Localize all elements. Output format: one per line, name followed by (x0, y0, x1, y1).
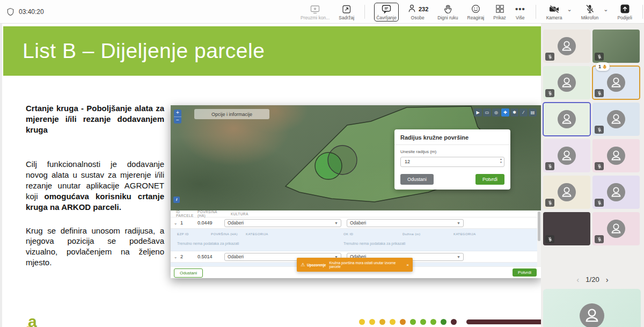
participant-tile[interactable] (543, 66, 590, 99)
participant-tile[interactable] (592, 139, 640, 172)
participant-tile[interactable] (543, 30, 590, 63)
microphone-button[interactable]: Mikrofon (580, 3, 600, 21)
kultura-select[interactable]: Odaberi▼ (347, 219, 464, 227)
mic-off-badge (545, 53, 554, 61)
mic-off-icon (597, 54, 602, 60)
map-options-button[interactable]: Opcije i informacije (194, 109, 269, 119)
participant-tile[interactable] (543, 103, 590, 136)
participant-tile[interactable]: 1 (592, 66, 640, 99)
settings-tool-icon[interactable]: ✱ (510, 108, 518, 117)
warning-banner: ⚠ Upozorenje Kružna površina mora ostati… (297, 258, 413, 272)
expand-chevron-icon[interactable]: ⌄ (171, 255, 180, 259)
footer-cancel-button[interactable]: Odustani (174, 268, 203, 278)
map-zoom-control: + − (174, 110, 181, 123)
avatar (558, 37, 576, 55)
content-button[interactable]: Sadržaj (338, 3, 355, 21)
camera-button[interactable]: Kamera (545, 3, 564, 21)
ghost-circle (328, 146, 357, 175)
mic-off-icon (597, 164, 602, 169)
toolbar-divider (364, 5, 365, 19)
monitor-icon (310, 4, 320, 14)
sub-table: EZP ID POVRŠINA (HA) KATEGORIJA OK ID Du… (171, 229, 537, 251)
dialog-confirm-button[interactable]: Potvrdi (475, 174, 504, 185)
dialog-title: Radijus kružne površine (394, 129, 510, 145)
participant-count: 232 (419, 6, 428, 12)
view-button[interactable]: Prikaz (492, 3, 507, 21)
slide-paragraph-2: Krug se definira unosom radijusa, a njeg… (26, 226, 164, 268)
mic-off-icon (547, 164, 553, 169)
scrollbar-thumb[interactable] (538, 212, 540, 241)
prev-page-icon[interactable]: ‹ (576, 275, 579, 284)
raise-hand-button[interactable]: Digni ruku (436, 3, 459, 21)
meeting-timer: 03:40:20 (6, 0, 44, 24)
dialog-cancel-button[interactable]: Odustani (400, 174, 434, 185)
mic-off-badge (595, 235, 604, 243)
avatar (607, 74, 625, 92)
ellipsis-icon: ••• (515, 4, 525, 14)
chat-button[interactable]: Čavrljanje (374, 3, 399, 21)
number-spinner[interactable]: ▲▼ (500, 157, 502, 164)
measure-tool-icon[interactable]: ∕ (519, 108, 528, 117)
shared-presentation: List B – Dijeljenje parcele Crtanje krug… (0, 24, 541, 327)
radius-input-label: Unesite radijus (m) (394, 145, 510, 156)
participant-tile[interactable] (592, 103, 640, 136)
layers-tool-icon[interactable]: ▤ (529, 108, 537, 117)
mic-options-chevron-icon[interactable]: ⌄ (603, 6, 608, 13)
raised-hand-badge: 1 (596, 62, 610, 71)
map-toolbar: ▶ ▭ ◎ ✚ ✱ ∕ ▤ (474, 108, 537, 117)
next-page-icon[interactable]: › (606, 275, 609, 284)
expand-chevron-icon[interactable]: ⌄ (171, 221, 180, 226)
avatar (558, 110, 576, 128)
smiley-icon (471, 4, 481, 14)
mic-off-badge (595, 126, 604, 134)
radius-input[interactable] (400, 157, 504, 167)
move-tool-icon[interactable]: ✚ (501, 108, 509, 117)
map-view[interactable]: + − Opcije i informacije ▶ ▭ ◎ ✚ ✱ ∕ ▤ i… (171, 105, 541, 210)
mic-off-badge (595, 53, 604, 61)
participant-tile[interactable] (543, 289, 641, 327)
participant-tile[interactable] (543, 139, 590, 172)
mic-off-icon (597, 91, 602, 96)
participant-tile[interactable] (592, 212, 640, 245)
participant-tile[interactable] (543, 176, 590, 209)
share-up-icon (620, 4, 630, 14)
map-info-button[interactable]: i (173, 197, 180, 203)
mic-off-icon (597, 200, 602, 206)
participant-tile[interactable] (543, 212, 590, 245)
footer-confirm-button[interactable]: Potvrdi (513, 268, 537, 277)
mic-off-icon (597, 127, 602, 133)
radius-dialog: Radijus kružne površine Unesite radijus … (394, 129, 510, 190)
avatar (558, 74, 576, 92)
mic-off-badge (595, 162, 604, 170)
zoom-out-button[interactable]: − (174, 117, 181, 123)
warning-icon: ⚠ (301, 262, 305, 267)
toolbar-divider (536, 5, 536, 19)
warning-close-icon[interactable]: × (404, 263, 409, 267)
table-scrollbar[interactable] (537, 210, 541, 266)
camera-options-chevron-icon[interactable]: ⌄ (567, 6, 572, 13)
chevron-down-icon: ▼ (334, 221, 338, 225)
participant-tile[interactable] (592, 176, 640, 209)
more-button[interactable]: ••• Više (514, 3, 526, 21)
mic-off-badge (545, 199, 554, 207)
table-row[interactable]: ⌄ 1 0.0449 Odaberi▼ Odaberi▼ (171, 217, 537, 229)
mic-off-badge (545, 162, 554, 170)
avatar (558, 183, 576, 201)
camera-off-icon (548, 4, 560, 14)
people-button[interactable]: 232 Osobe (406, 3, 429, 21)
take-control-button[interactable]: Preuzmi kon... (299, 3, 331, 21)
polygon-tool-icon[interactable]: ▭ (483, 108, 491, 117)
tiles-grid: 1 (543, 30, 642, 245)
participant-tile[interactable] (592, 30, 640, 63)
mic-off-icon (547, 200, 553, 206)
page-indicator: 1/20 (586, 275, 599, 284)
react-button[interactable]: Reagiraj (466, 3, 486, 21)
share-button[interactable]: Podijeli (616, 3, 633, 21)
mic-off-icon (547, 237, 553, 242)
timer-value: 03:40:20 (19, 8, 44, 16)
select-tool-icon[interactable]: ▶ (474, 108, 482, 117)
kultura-select[interactable]: Odaberi▼ (224, 219, 341, 227)
circle-tool-icon[interactable]: ◎ (492, 108, 500, 117)
mic-off-badge (545, 235, 554, 243)
zoom-in-button[interactable]: + (174, 110, 181, 117)
